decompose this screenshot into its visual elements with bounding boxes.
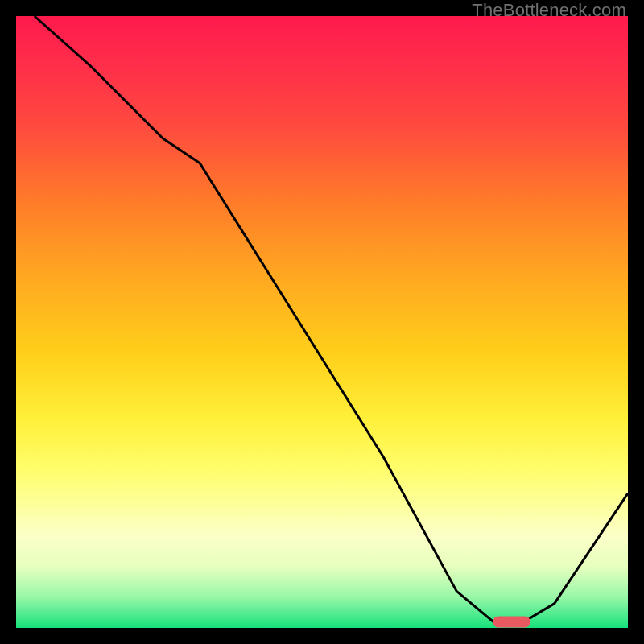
bottleneck-curve xyxy=(35,16,628,621)
chart-frame: TheBottleneck.com xyxy=(0,0,644,644)
chart-svg xyxy=(16,16,628,628)
optimum-marker xyxy=(493,616,530,627)
plot-area xyxy=(16,16,628,628)
